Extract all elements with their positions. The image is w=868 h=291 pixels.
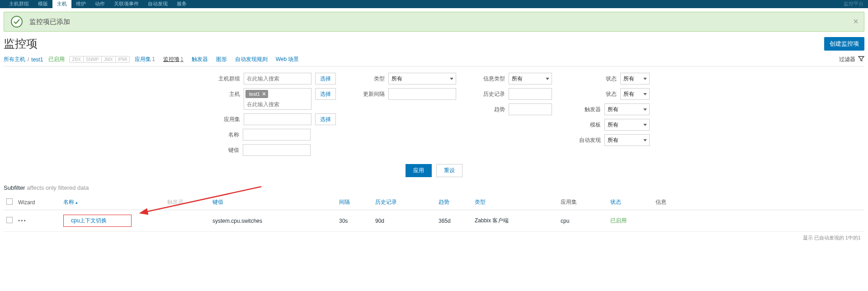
items-table: Wizard 名称 触发器 键值 间隔 历史记录 趋势 类型 应用集 状态 信息… (4, 195, 864, 232)
tab-applications[interactable]: 应用集1 (135, 56, 155, 63)
filter-trigger-select[interactable]: 所有 (604, 103, 650, 115)
filter-appset-input[interactable] (244, 113, 311, 125)
nav-services[interactable]: 服务 (172, 0, 191, 9)
table-row: ••• cpu上下文切换 system.cpu.switches 30s 90d… (4, 210, 864, 232)
filter-panel: 主机群组 选择 主机 test1✕ 选择 应用集 选择 (4, 66, 864, 182)
cell-type: Zabbix 客户端 (472, 210, 558, 232)
tab-graphs[interactable]: 图形 (216, 56, 227, 63)
filter-template-label: 模板 (590, 119, 601, 129)
filter-hostgroup-select-button[interactable]: 选择 (315, 73, 336, 84)
filter-history-label: 历史记录 (483, 88, 505, 98)
cell-trend: 365d (436, 210, 472, 232)
filter-trend-label: 趋势 (494, 103, 505, 113)
wizard-menu-icon[interactable]: ••• (18, 218, 27, 224)
col-wizard[interactable]: Wizard (15, 195, 61, 210)
cell-history: 90d (373, 210, 436, 232)
proto-jmx: JMX (101, 56, 116, 63)
alert-text: 监控项已添加 (29, 18, 70, 26)
proto-zbx: ZBX (69, 56, 83, 63)
filter-key-label: 键值 (228, 144, 239, 154)
filter-host-input[interactable] (244, 99, 311, 109)
row-checkbox[interactable] (6, 217, 13, 223)
col-appset[interactable]: 应用集 (558, 195, 608, 210)
subfilter-hint: affects only filtered data (27, 184, 89, 191)
col-interval[interactable]: 间隔 (336, 195, 373, 210)
filter-type-label: 类型 (374, 73, 385, 83)
filter-interval-label: 更新间隔 (363, 88, 385, 98)
filter-appset-label: 应用集 (224, 113, 240, 123)
breadcrumb-sep: / (28, 56, 29, 63)
breadcrumb-all-hosts[interactable]: 所有主机 (4, 56, 25, 63)
filter-trigger-label: 触发器 (585, 103, 601, 113)
filter-apply-button[interactable]: 应用 (406, 164, 432, 177)
protocol-tags: ZBX SNMP JMX IPMI (69, 56, 129, 63)
check-circle-icon (11, 16, 23, 28)
alert-close-icon[interactable]: × (853, 17, 859, 26)
filter-icon (858, 56, 864, 63)
breadcrumb-host[interactable]: test1 (31, 56, 43, 63)
filter-type-select[interactable]: 所有 (388, 73, 456, 84)
nav-hosts[interactable]: 主机 (52, 0, 71, 9)
svg-point-0 (11, 16, 22, 27)
nav-correlation[interactable]: 关联项事件 (109, 0, 143, 9)
cell-interval: 30s (336, 210, 373, 232)
nav-maintenance[interactable]: 维护 (71, 0, 90, 9)
filter-reset-button[interactable]: 重设 (436, 164, 462, 177)
filter-appset-select-button[interactable]: 选择 (315, 113, 336, 125)
filter-template-select[interactable]: 所有 (604, 119, 650, 131)
nav-right-label: 监控平台 (844, 0, 863, 7)
filter-interval-input[interactable] (388, 88, 456, 100)
proto-ipmi: IPMI (115, 56, 130, 63)
proto-snmp: SNMP (83, 56, 102, 63)
filter-host-input-wrap[interactable]: test1✕ (244, 88, 311, 110)
col-info[interactable]: 信息 (653, 195, 864, 210)
tab-discovery-rules[interactable]: 自动发现规则 (235, 56, 268, 63)
col-type[interactable]: 类型 (472, 195, 558, 210)
filter-state2-select[interactable]: 所有 (620, 88, 650, 100)
cell-appset: cpu (558, 210, 608, 232)
filter-state2-label: 状态 (606, 88, 617, 98)
create-item-button[interactable]: 创建监控项 (824, 37, 864, 51)
tab-items[interactable]: 监控项1 (163, 56, 184, 63)
filter-autodisc-select[interactable]: 所有 (604, 134, 650, 146)
nav-hostgroups[interactable]: 主机群组 (5, 0, 33, 9)
col-key[interactable]: 键值 (210, 195, 336, 210)
host-enabled-label: 已启用 (48, 56, 65, 63)
page-title: 监控项 (4, 36, 38, 51)
filter-trend-input[interactable] (509, 103, 552, 115)
filter-toggle[interactable]: 过滤器 (839, 56, 864, 63)
filter-hostgroup-input[interactable] (244, 73, 311, 84)
item-name-link[interactable]: cpu上下文切换 (71, 217, 107, 224)
col-name[interactable]: 名称 (61, 195, 165, 210)
filter-state1-select[interactable]: 所有 (620, 73, 650, 84)
filter-name-input[interactable] (243, 129, 311, 141)
filter-name-label: 名称 (228, 129, 239, 139)
success-alert: 监控项已添加 × (4, 12, 864, 32)
col-trigger[interactable]: 触发器 (165, 195, 210, 210)
filter-host-select-button[interactable]: 选择 (315, 88, 336, 100)
config-tabs-row: 所有主机 / test1 已启用 ZBX SNMP JMX IPMI 应用集1 … (4, 56, 864, 66)
filter-infotype-select[interactable]: 所有 (509, 73, 552, 84)
filter-state1-label: 状态 (606, 73, 617, 83)
filter-host-chip[interactable]: test1✕ (245, 90, 268, 98)
cell-status[interactable]: 已启用 (610, 217, 627, 224)
col-trend[interactable]: 趋势 (436, 195, 472, 210)
filter-infotype-label: 信息类型 (483, 73, 505, 83)
top-nav: 主机群组 模版 主机 维护 动作 关联项事件 自动发现 服务 监控平台 (0, 0, 868, 8)
tab-web-scenarios[interactable]: Web 场景 (276, 56, 299, 63)
filter-history-input[interactable] (509, 88, 552, 100)
footer-count: 显示 已自动发现的 1中的1 (4, 232, 864, 244)
col-status[interactable]: 状态 (608, 195, 653, 210)
filter-host-label: 主机 (229, 88, 240, 98)
nav-actions[interactable]: 动作 (90, 0, 109, 9)
nav-discovery[interactable]: 自动发现 (143, 0, 172, 9)
filter-key-input[interactable] (243, 144, 311, 156)
subfilter-label: Subfilter (4, 184, 25, 191)
filter-autodisc-label: 自动发现 (579, 134, 601, 144)
select-all-checkbox[interactable] (6, 198, 13, 205)
cell-key: system.cpu.switches (210, 210, 336, 232)
col-history[interactable]: 历史记录 (373, 195, 436, 210)
chip-remove-icon[interactable]: ✕ (262, 91, 266, 97)
nav-templates[interactable]: 模版 (33, 0, 52, 9)
tab-triggers[interactable]: 触发器 (192, 56, 208, 63)
